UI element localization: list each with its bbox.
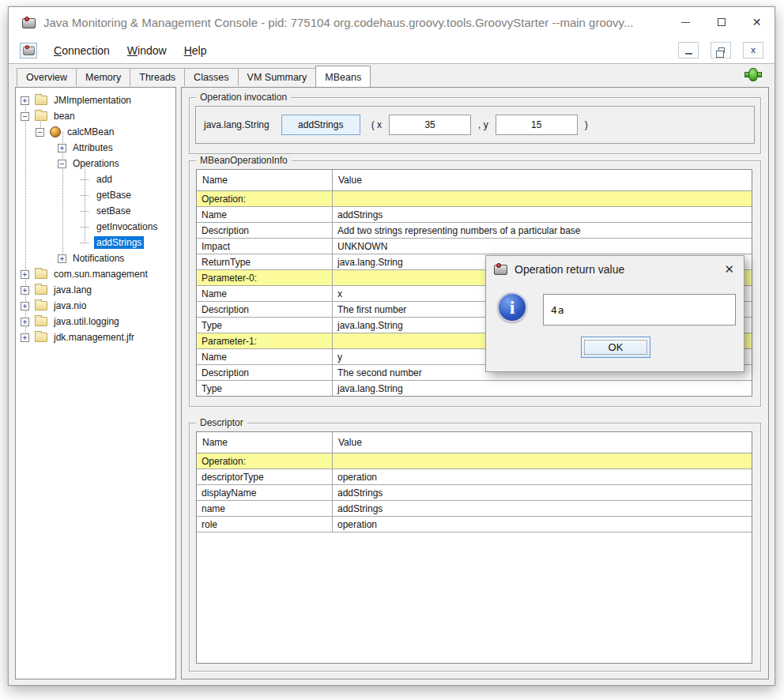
column-header-value[interactable]: Value <box>333 170 752 190</box>
maximize-button[interactable] <box>703 7 739 37</box>
params-separator-label: , y <box>478 119 488 130</box>
expand-toggle-icon[interactable] <box>21 286 29 295</box>
frame-restore-button[interactable] <box>710 42 731 58</box>
operation-return-value-dialog: Operation return value ✕ i OK <box>485 255 744 372</box>
y-argument-input[interactable] <box>496 115 578 135</box>
tree-item-bean[interactable]: bean <box>16 108 175 124</box>
table-header: Name Value <box>197 170 752 191</box>
tree-item-calcmbean[interactable]: calcMBean <box>16 124 175 140</box>
tree-item-java-lang[interactable]: java.lang <box>16 282 175 298</box>
folder-icon <box>35 333 47 342</box>
group-title: Operation invocation <box>196 91 291 103</box>
expand-toggle-icon[interactable] <box>58 144 66 152</box>
collapse-toggle-icon[interactable] <box>58 160 66 168</box>
tree-item-com-sun-management[interactable]: com.sun.management <box>16 266 175 282</box>
tree-connector-stub <box>81 179 89 180</box>
expand-toggle-icon[interactable] <box>21 96 29 105</box>
menu-bar: Connection Window Help x <box>9 37 775 64</box>
table-row[interactable]: nameaddStrings <box>197 501 752 517</box>
tab-overview[interactable]: Overview <box>17 69 77 86</box>
tab-strip: Overview Memory Threads Classes VM Summa… <box>9 64 775 86</box>
table-row[interactable]: Typejava.lang.String <box>197 381 752 397</box>
title-bar: Java Monitoring & Management Console - p… <box>9 7 775 37</box>
collapse-toggle-icon[interactable] <box>36 128 44 137</box>
table-row[interactable]: Operation: <box>197 453 752 469</box>
column-header-value[interactable]: Value <box>333 432 752 453</box>
dialog-close-icon[interactable]: ✕ <box>724 263 734 275</box>
expand-toggle-icon[interactable] <box>21 333 29 342</box>
params-open-label: ( x <box>371 119 382 130</box>
dialog-title-bar: Operation return value ✕ <box>486 256 744 282</box>
tab-mbeans[interactable]: MBeans <box>315 66 371 87</box>
maximize-icon <box>718 18 726 26</box>
x-argument-input[interactable] <box>389 115 471 135</box>
main-window: Java Monitoring & Management Console - p… <box>8 6 775 686</box>
tree-item-addstrings[interactable]: addStrings <box>16 235 175 250</box>
mbeans-pane: JMImplementation bean calcMBean Attribut… <box>9 86 775 685</box>
expand-toggle-icon[interactable] <box>21 318 29 326</box>
ok-button[interactable]: OK <box>581 337 650 358</box>
tab-vm-summary[interactable]: VM Summary <box>239 69 317 86</box>
table-row[interactable]: NameaddStrings <box>197 207 752 223</box>
tab-memory[interactable]: Memory <box>77 69 130 86</box>
group-title: MBeanOperationInfo <box>196 154 292 167</box>
tab-threads[interactable]: Threads <box>130 69 185 86</box>
tree-connector-stub <box>81 243 89 243</box>
collapse-toggle-icon[interactable] <box>21 112 29 121</box>
menu-window[interactable]: Window <box>120 41 174 60</box>
tree-item-add[interactable]: add <box>16 171 175 187</box>
folder-icon <box>35 96 47 105</box>
tree-connector-stub <box>81 211 89 212</box>
table-row[interactable]: ImpactUNKNOWN <box>197 239 752 254</box>
table-row[interactable]: Operation: <box>197 191 752 207</box>
table-row[interactable]: roleoperation <box>197 517 752 533</box>
table-row[interactable]: descriptorTypeoperation <box>197 469 752 485</box>
frame-close-button[interactable]: x <box>743 42 763 58</box>
tree-item-setbase[interactable]: setBase <box>16 203 175 219</box>
return-type-label: java.lang.String <box>204 119 270 130</box>
close-button[interactable]: ✕ <box>739 7 775 37</box>
folder-icon <box>35 269 47 279</box>
expand-toggle-icon[interactable] <box>21 270 29 279</box>
minimize-button[interactable] <box>668 7 703 37</box>
tree-item-attributes[interactable]: Attributes <box>16 140 175 156</box>
selected-tree-item-label: addStrings <box>94 236 144 249</box>
menu-connection[interactable]: Connection <box>47 41 117 60</box>
table-row[interactable]: DescriptionAdd two strings representing … <box>197 223 752 239</box>
tree-item-operations[interactable]: Operations <box>16 156 175 171</box>
dialog-title: Operation return value <box>514 263 624 276</box>
java-console-icon <box>493 262 508 276</box>
table-row[interactable]: displayNameaddStrings <box>197 485 752 501</box>
descriptor-table: Name Value Operation: descriptorTypeoper… <box>196 431 752 664</box>
params-close-label: ) <box>585 119 588 130</box>
tree-item-getinvocations[interactable]: getInvocations <box>16 219 175 235</box>
column-header-name[interactable]: Name <box>197 432 333 453</box>
tree-item-notifications[interactable]: Notifications <box>16 250 175 266</box>
folder-icon <box>35 317 47 326</box>
java-console-icon <box>21 16 36 29</box>
descriptor-group: Descriptor Name Value Operation: descrip… <box>189 423 761 672</box>
tree-item-jmimplementation[interactable]: JMImplementation <box>16 92 175 108</box>
frame-minimize-button[interactable] <box>678 42 699 58</box>
menu-help[interactable]: Help <box>177 41 214 60</box>
tab-classes[interactable]: Classes <box>185 69 238 86</box>
java-console-icon <box>22 44 35 55</box>
group-title: Descriptor <box>196 416 247 429</box>
invoke-addstrings-button[interactable]: addStrings <box>281 115 360 135</box>
connect-plug-icon[interactable] <box>744 68 762 81</box>
window-title: Java Monitoring & Management Console - p… <box>43 16 634 29</box>
tree-item-jdk-management-jfr[interactable]: jdk.management.jfr <box>16 329 175 345</box>
table-header: Name Value <box>197 432 752 453</box>
expand-toggle-icon[interactable] <box>21 302 29 310</box>
tree-item-java-nio[interactable]: java.nio <box>16 298 175 314</box>
mbean-tree: JMImplementation bean calcMBean Attribut… <box>16 88 175 345</box>
column-header-name[interactable]: Name <box>197 170 333 190</box>
operation-detail-panel: Operation invocation java.lang.String ad… <box>181 87 769 679</box>
frame-close-icon: x <box>751 46 756 55</box>
folder-icon <box>35 301 47 310</box>
expand-toggle-icon[interactable] <box>58 254 66 263</box>
tree-connector-stub <box>81 227 89 228</box>
tree-item-java-util-logging[interactable]: java.util.logging <box>16 314 175 329</box>
return-value-field[interactable] <box>543 294 736 326</box>
tree-item-getbase[interactable]: getBase <box>16 187 175 203</box>
